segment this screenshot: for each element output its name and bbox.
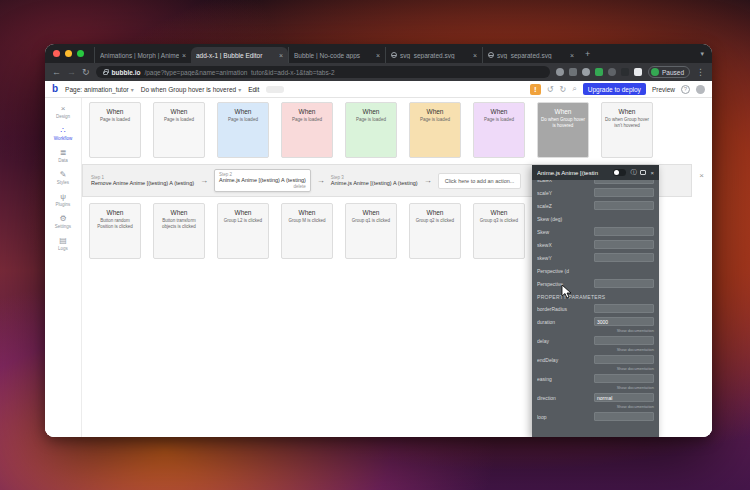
- close-tab-icon[interactable]: ×: [570, 52, 574, 59]
- sidebar-item-icon: ×: [61, 105, 66, 113]
- redo-icon[interactable]: ↻: [560, 85, 567, 94]
- close-panel-icon[interactable]: ×: [650, 170, 654, 176]
- upgrade-to-deploy-button[interactable]: Upgrade to deploy: [583, 83, 646, 95]
- field-label: Skew: [537, 229, 591, 235]
- side-panel-icon[interactable]: [634, 68, 642, 76]
- workflow-event-card[interactable]: When Page is loaded: [217, 102, 269, 158]
- bubble-logo[interactable]: b: [52, 84, 58, 94]
- extension-icon[interactable]: [621, 68, 629, 76]
- workflow-event-card[interactable]: When Group q3 is clicked: [473, 203, 525, 259]
- workflow-event-card[interactable]: When Page is loaded: [473, 102, 525, 158]
- close-window-button[interactable]: [53, 50, 60, 57]
- field-input[interactable]: [594, 412, 654, 421]
- paused-profile-badge[interactable]: Paused: [648, 66, 690, 78]
- workflow-event-card[interactable]: When Group q2 is clicked: [409, 203, 461, 259]
- new-tab-button[interactable]: +: [579, 49, 596, 59]
- bubble-editor: b Page: animation_tutor ▾ Do when Group …: [45, 81, 712, 437]
- field-input[interactable]: [594, 201, 654, 210]
- workflow-event-card[interactable]: When Button transform objects is clicked: [153, 203, 205, 259]
- edit-tab[interactable]: Edit: [248, 86, 259, 93]
- add-action-button[interactable]: Click here to add an action...: [438, 173, 522, 189]
- close-tab-icon[interactable]: ×: [473, 52, 477, 59]
- workflow-event-card[interactable]: When Do when Group hover isn't hovered: [601, 102, 653, 158]
- comment-icon[interactable]: [640, 170, 646, 175]
- info-icon[interactable]: ⓘ: [630, 168, 636, 177]
- browser-tab[interactable]: Animations | Morph | Anime.js ×: [94, 47, 191, 63]
- panel-field-row: skewY: [537, 251, 654, 264]
- workflow-event-card[interactable]: When Group q1 is clicked: [345, 203, 397, 259]
- field-label: borderRadius: [537, 306, 591, 312]
- kebab-menu-icon[interactable]: ⋮: [696, 68, 705, 77]
- field-input[interactable]: [594, 336, 654, 345]
- browser-tab[interactable]: Bubble | No-code apps ×: [288, 47, 385, 63]
- undo-icon[interactable]: ↺: [547, 85, 554, 94]
- field-input[interactable]: [594, 304, 654, 313]
- field-input[interactable]: [594, 253, 654, 262]
- close-tab-icon[interactable]: ×: [376, 52, 380, 59]
- sidebar-item[interactable]: ∴ Workflow: [54, 127, 72, 141]
- user-avatar-icon[interactable]: [696, 85, 705, 94]
- sidebar-item[interactable]: ✎ Styles: [57, 171, 69, 185]
- workflow-event-card[interactable]: When Group L2 is clicked: [217, 203, 269, 259]
- help-icon[interactable]: ?: [681, 85, 690, 94]
- workflow-event-card[interactable]: When Button random Position is clicked: [89, 203, 141, 259]
- forward-icon[interactable]: →: [67, 68, 76, 77]
- event-cards-row-2: When Button random Position is clicked W…: [89, 203, 525, 259]
- preview-button[interactable]: Preview: [652, 86, 675, 93]
- search-icon[interactable]: ⌕: [572, 84, 576, 94]
- reload-icon[interactable]: ↻: [82, 68, 90, 77]
- workflow-event-card[interactable]: When Page is loaded: [345, 102, 397, 158]
- star-extension-icon[interactable]: [582, 68, 590, 76]
- workflow-step[interactable]: Step 2 Anime.js Anime [(testing) A (test…: [214, 169, 311, 192]
- field-input[interactable]: [594, 188, 654, 197]
- sidebar-item[interactable]: ⚙ Settings: [55, 215, 71, 229]
- close-tab-icon[interactable]: ×: [182, 52, 186, 59]
- address-bar[interactable]: bubble.io /page?type=page&name=animation…: [96, 66, 550, 78]
- sidebar-item[interactable]: ≣ Data: [58, 149, 68, 163]
- toggle-switch[interactable]: [613, 169, 626, 176]
- field-input[interactable]: 3000: [594, 317, 654, 326]
- sidebar-item-icon: ✎: [60, 171, 67, 179]
- extension-icon[interactable]: [569, 68, 577, 76]
- issues-warning-icon[interactable]: !: [530, 84, 541, 95]
- sidebar-item[interactable]: ▤ Logs: [58, 237, 68, 251]
- workflow-event-card[interactable]: When Page is loaded: [153, 102, 205, 158]
- workflow-event-card[interactable]: When Page is loaded: [281, 102, 333, 158]
- panel-header[interactable]: Anime.js Anime [(testin ⓘ ×: [532, 165, 659, 180]
- step-delete-link[interactable]: delete: [219, 184, 306, 189]
- browser-tab[interactable]: add-x-1 | Bubble Editor ×: [191, 47, 288, 63]
- chevron-down-icon: ▾: [238, 86, 241, 93]
- field-input[interactable]: [594, 355, 654, 364]
- browser-tab[interactable]: svg_separated.svg ×: [482, 47, 579, 63]
- sidebar-item[interactable]: × Design: [56, 105, 70, 119]
- field-input[interactable]: [594, 180, 654, 184]
- workflow-step[interactable]: Step 3 Anime.js Anime [(testing) A (test…: [331, 175, 418, 187]
- workflow-event-card[interactable]: When Page is loaded: [89, 102, 141, 158]
- workflow-event-card[interactable]: When Do when Group hover is hovered: [537, 102, 589, 158]
- page-selector[interactable]: Page: animation_tutor ▾: [65, 86, 134, 93]
- extension-icon[interactable]: [595, 68, 603, 76]
- zoom-window-button[interactable]: [77, 50, 84, 57]
- close-tab-icon[interactable]: ×: [279, 52, 283, 59]
- event-selector-label: Do when Group hover is hovered: [141, 86, 236, 93]
- browser-tab[interactable]: svg_separated.svg ×: [385, 47, 482, 63]
- event-card-title: When: [476, 108, 522, 115]
- event-selector[interactable]: Do when Group hover is hovered ▾: [141, 86, 241, 93]
- extension-icon[interactable]: [556, 68, 564, 76]
- minimize-window-button[interactable]: [65, 50, 72, 57]
- sidebar-item[interactable]: ψ Plugins: [56, 193, 71, 207]
- workflow-step[interactable]: Step 1 Remove Anime Anime [(testing) A (…: [91, 175, 194, 187]
- field-input[interactable]: [594, 374, 654, 383]
- close-strip-icon[interactable]: ×: [699, 171, 704, 180]
- back-icon[interactable]: ←: [52, 68, 61, 77]
- workflow-event-card[interactable]: When Page is loaded: [409, 102, 461, 158]
- field-input[interactable]: [594, 227, 654, 236]
- tab-overflow-icon[interactable]: ▾: [692, 50, 712, 58]
- field-label: duration: [537, 319, 591, 325]
- field-input[interactable]: normal: [594, 393, 654, 402]
- workflow-event-card[interactable]: When Group M is clicked: [281, 203, 333, 259]
- field-input[interactable]: [594, 240, 654, 249]
- panel-field-row: scaleZ: [537, 199, 654, 212]
- extension-icon[interactable]: [608, 68, 616, 76]
- field-input[interactable]: [594, 279, 654, 288]
